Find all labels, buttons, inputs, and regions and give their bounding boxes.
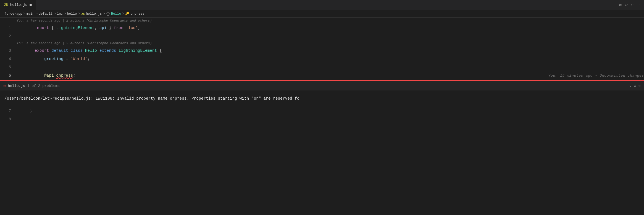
tab-modified-indicator (30, 4, 32, 6)
line-number-7: 7 (0, 109, 15, 113)
toolbar-right: ⇄ ↩ ↔ → (619, 2, 644, 8)
tab-bar: JS hello.js ⇄ ↩ ↔ → (0, 0, 644, 10)
error-message-text: /Users/bsheldon/lwc-recipes/hello.js: LW… (4, 96, 299, 101)
code-line-8: 8 (0, 115, 644, 123)
split-editor-icon[interactable]: ↔ (631, 2, 634, 7)
breadcrumb-property-icon: 🔑 (125, 12, 129, 16)
close-panel-icon[interactable]: ✕ (638, 84, 641, 88)
collapse-panel-icon[interactable]: ∨ (629, 84, 632, 88)
error-panel: ⊗ hello.js 1 of 2 problems ∨ ∧ ✕ /Users/… (0, 81, 644, 106)
git-blame-line6: You, 15 minutes ago • Uncommitted change… (548, 74, 644, 78)
error-count: 1 of 2 problems (27, 84, 60, 88)
token-comma: , (95, 26, 99, 30)
error-filename: hello.js (8, 84, 25, 88)
line-number-6: 6 (0, 73, 15, 78)
token-api: api (99, 26, 107, 30)
code-line-1: 1 import { LightningElement, api } from … (0, 24, 644, 32)
breadcrumb-item-onpress[interactable]: onpress (130, 12, 144, 16)
panel-controls: ∨ ∧ ✕ (629, 84, 641, 88)
error-circle-icon: ⊗ (3, 84, 6, 88)
code-area: You, a few seconds ago | 2 authors (Chri… (0, 18, 644, 80)
error-panel-header: ⊗ hello.js 1 of 2 problems ∨ ∧ ✕ (0, 81, 644, 91)
tab-filename: hello.js (10, 3, 27, 7)
breadcrumb-item-hello-class[interactable]: Hello (111, 12, 121, 16)
bottom-code-area: 7 } 8 (0, 106, 644, 123)
more-actions-icon[interactable]: → (637, 2, 640, 7)
token-import: import (35, 26, 49, 30)
line-number-2: 2 (0, 34, 15, 38)
breadcrumb-js-icon: JS (81, 12, 85, 15)
token-semicolon-6: ; (73, 73, 75, 78)
token-api-decorator: @api (44, 73, 54, 78)
code-line-6: 6 @api onpress; You, 15 minutes ago • Un… (0, 71, 644, 80)
token-from: from (114, 26, 123, 30)
line-content-8 (15, 117, 644, 121)
token-lwc-string: 'lwc' (126, 26, 138, 30)
editor-area: You, a few seconds ago | 2 authors (Chri… (0, 18, 644, 80)
line-number-3: 3 (0, 48, 15, 53)
breadcrumb: force-app > main > default > lwc > hello… (0, 10, 644, 18)
js-file-icon: JS (4, 3, 8, 7)
line-number-1: 1 (0, 26, 15, 30)
breadcrumb-item-hello-js[interactable]: hello.js (86, 12, 102, 16)
breadcrumb-item-main[interactable]: main (27, 12, 35, 16)
token-semicolon-1: ; (138, 26, 140, 30)
token-curly-close: } (30, 109, 32, 113)
token-semicolon-4: ; (87, 57, 90, 61)
code-line-2: 2 (0, 32, 644, 40)
breadcrumb-item-default[interactable]: default (39, 12, 52, 16)
error-message-area: /Users/bsheldon/lwc-recipes/hello.js: LW… (0, 91, 644, 106)
token-onpress: onpress (56, 73, 73, 78)
token-lightning-element: LightningElement (56, 26, 95, 30)
token-eq: = (64, 57, 71, 61)
expand-panel-icon[interactable]: ∧ (634, 84, 636, 88)
line-number-5: 5 (0, 65, 15, 69)
line-number-8: 8 (0, 117, 15, 121)
line-number-4: 4 (0, 57, 15, 61)
breadcrumb-item-lwc[interactable]: lwc (57, 12, 63, 16)
token-world-string: 'World' (71, 57, 88, 61)
line-content-6: @api onpress; (15, 69, 537, 82)
code-line-4: 4 greeting = 'World'; (0, 55, 644, 63)
token-brace-close: } (107, 26, 114, 30)
breadcrumb-class-icon: {} (106, 12, 110, 16)
token-brace-open: { (49, 26, 56, 30)
code-line-7: 7 } (0, 107, 644, 115)
editor-tab[interactable]: JS hello.js (0, 0, 36, 10)
go-back-icon[interactable]: ↩ (625, 2, 628, 8)
breadcrumb-item-force-app[interactable]: force-app (4, 12, 22, 16)
token-greeting: greeting (44, 57, 63, 61)
toggle-diff-icon[interactable]: ⇄ (619, 2, 622, 8)
line-content-2 (15, 34, 644, 38)
breadcrumb-item-hello-folder[interactable]: hello (67, 12, 77, 16)
